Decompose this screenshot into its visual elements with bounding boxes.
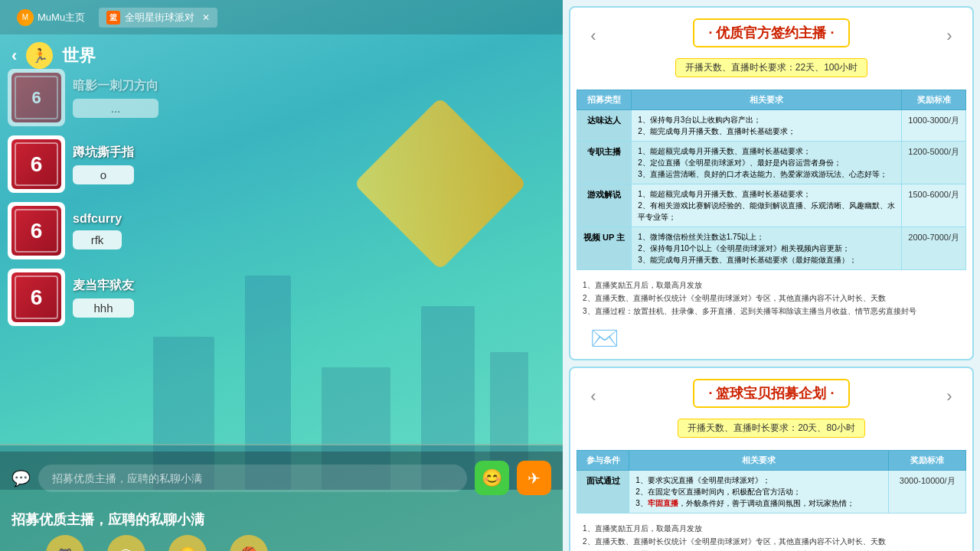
cell-req: 1、保持每月3台以上收购内容产出；2、能完成每月开播天数、直播时长基础要求； <box>632 110 902 142</box>
player-tag: ... <box>73 99 158 118</box>
bottom-icon-1[interactable]: 🎮 <box>46 535 84 551</box>
page-title: 世界 <box>62 44 96 67</box>
emoji-button[interactable]: 😊 <box>475 461 509 495</box>
cell-type: 达味达人 <box>577 110 632 142</box>
col-header-reward: 奖励标准 <box>902 90 966 110</box>
tab-game-label: 全明星街球派对 <box>125 11 194 24</box>
section1-table: 招募类型 相关要求 奖励标准 达味达人 1、保持每月3台以上收购内容产出；2、能… <box>577 90 966 270</box>
tab-mumu[interactable]: M MuMu主页 <box>9 6 93 29</box>
bottom-icon-4[interactable]: 🏀 <box>230 535 268 551</box>
section1-container: ‹ · 优质官方签约主播 · › 开播天数、直播时长要求：22天、100小时 招… <box>569 6 974 360</box>
chat-bubble-icon: 💬 <box>11 469 31 487</box>
cell-req: 1、能超额完成每月开播天数、直播时长基础要求；2、有相关游戏比赛解说经验的、能做… <box>632 184 902 227</box>
tabs-bar: M MuMu主页 篮 全明星街球派对 ✕ <box>0 0 563 34</box>
player-list: 6 暗影一刺刀方向 ... 6 蹲坑撕手指 o <box>8 77 268 335</box>
list-item[interactable]: 6 麦当牢狱友 hhh <box>8 269 268 326</box>
bottom-message-text: 招募优质主播，应聘的私聊小满 <box>0 504 563 535</box>
send-icon: ✈ <box>528 469 541 487</box>
section2-container: ‹ · 篮球宝贝招募企划 · › 开播天数、直播时长要求：20天、80小时 参与… <box>569 367 974 551</box>
player-name: 暗影一刺刀方向 <box>73 78 158 94</box>
player-tag: rfk <box>73 230 122 249</box>
table-row: 达味达人 1、保持每月3台以上收购内容产出；2、能完成每月开播天数、直播时长基础… <box>577 110 966 142</box>
table-row: 专职主播 1、能超额完成每月开播天数、直播时长基础要求；2、定位直播《全明星街球… <box>577 142 966 184</box>
player-name: 蹲坑撕手指 <box>73 145 134 161</box>
note2-2: 2、直播天数、直播时长仅统计《全明星街球派对》专区，其他直播内容不计入时长、天数 <box>583 537 886 546</box>
cell-reward: 1000-3000/月 <box>902 110 966 142</box>
cell-type: 专职主播 <box>577 142 632 184</box>
col2-header-type: 参与条件 <box>577 451 629 471</box>
list-item[interactable]: 6 sdfcurry rfk <box>8 202 268 259</box>
player-tag: hhh <box>73 298 134 318</box>
section2-arrow-left[interactable]: ‹ <box>583 386 604 407</box>
avatar-inner: 6 <box>11 139 61 189</box>
chat-input[interactable] <box>38 465 467 492</box>
col-header-req: 相关要求 <box>632 90 902 110</box>
col2-header-req: 相关要求 <box>629 451 889 471</box>
game-panel: M MuMu主页 篮 全明星街球派对 ✕ ‹ 🏃 世界 6 暗影一刺刀方向 ..… <box>0 0 563 551</box>
col-header-type: 招募类型 <box>577 90 632 110</box>
tab-game[interactable]: 篮 全明星街球派对 ✕ <box>99 8 217 28</box>
table-row: 游戏解说 1、能超额完成每月开播天数、直播时长基础要求；2、有相关游戏比赛解说经… <box>577 184 966 227</box>
player-name: sdfcurry <box>73 212 122 226</box>
right-panel: ‹ · 优质官方签约主播 · › 开播天数、直播时长要求：22天、100小时 招… <box>563 0 980 551</box>
section1-arrow-left[interactable]: ‹ <box>583 25 604 47</box>
note-3: 3、直播过程：放置挂机、挂录像、多开直播、迟到关播等和除该主播当月收益、情节恶劣… <box>583 307 916 315</box>
back-button[interactable]: ‹ <box>11 46 17 66</box>
section2-title-box: · 篮球宝贝招募企划 · <box>693 379 849 408</box>
player-info: 麦当牢狱友 hhh <box>73 278 134 318</box>
note2-1: 1、直播奖励五月后，取最高月发放 <box>583 524 702 533</box>
section2-title: · 篮球宝贝招募企划 · <box>708 386 834 401</box>
section2-notes: 1、直播奖励五月后，取最高月发放 2、直播天数、直播时长仅统计《全明星街球派对》… <box>577 518 966 551</box>
note-2: 2、直播天数、直播时长仅统计《全明星街球派对》专区，其他直播内容不计入时长、天数 <box>583 294 886 302</box>
send-button[interactable]: ✈ <box>517 461 551 495</box>
table-row: 视频 UP 主 1、微博微信粉丝关注数达1.75以上；2、保持每月10个以上《全… <box>577 227 966 270</box>
avatar: 6 <box>8 202 65 259</box>
cell-reward: 2000-7000/月 <box>902 227 966 270</box>
chat-input-row: 💬 😊 ✈ <box>0 452 563 504</box>
mumu-icon: M <box>17 9 34 26</box>
section1-arrow-right[interactable]: › <box>939 25 960 47</box>
tab-game-icon: 篮 <box>106 11 120 24</box>
cell-req: 1、能超额完成每月开播天数、直播时长基础要求；2、定位直播《全明星街球派对》、最… <box>632 142 902 184</box>
player-info: 蹲坑撕手指 o <box>73 145 134 184</box>
section2-arrow-right[interactable]: › <box>939 386 960 407</box>
cell-reward: 1500-6000/月 <box>902 184 966 227</box>
section1-title: · 优质官方签约主播 · <box>708 25 834 41</box>
avatar: 6 <box>8 69 65 126</box>
avatar-inner: 6 <box>11 272 61 322</box>
list-item[interactable]: 6 蹲坑撕手指 o <box>8 135 268 193</box>
emoji-icon: 😊 <box>482 468 502 488</box>
cell2-req: 1、要求实况直播《全明星街球派对》；2、在固定专区直播时间内，积极配合官方活动；… <box>629 471 889 514</box>
cell-type: 视频 UP 主 <box>577 227 632 270</box>
player-name: 麦当牢狱友 <box>73 278 134 294</box>
player-info: 暗影一刺刀方向 ... <box>73 78 158 118</box>
player-info: sdfcurry rfk <box>73 212 122 249</box>
player-tag: o <box>73 165 134 184</box>
cell-reward: 1200-5000/月 <box>902 142 966 184</box>
cell2-type: 面试通过 <box>577 471 629 514</box>
cell-type: 游戏解说 <box>577 184 632 227</box>
bottom-icons-row: 🎮 👁 😊 🏀 <box>0 535 563 551</box>
user-icon: 🏃 <box>26 42 53 69</box>
note-1: 1、直播奖励五月后，取最高月发放 <box>583 281 702 289</box>
table-row: 面试通过 1、要求实况直播《全明星街球派对》；2、在固定专区直播时间内，积极配合… <box>577 471 966 514</box>
paper-icon: ✉️ <box>584 319 625 357</box>
cell-req: 1、微博微信粉丝关注数达1.75以上；2、保持每月10个以上《全明星街球派对》相… <box>632 227 902 270</box>
cell2-reward: 3000-10000/月 <box>889 471 966 514</box>
bottom-icon-2[interactable]: 👁 <box>107 535 145 551</box>
col2-header-reward: 奖励标准 <box>889 451 966 471</box>
bottom-area: 💬 😊 ✈ 招募优质主播，应聘的私聊小满 🎮 👁 😊 🏀 <box>0 452 563 551</box>
avatar: 6 <box>8 269 65 326</box>
section2-table: 参与条件 相关要求 奖励标准 面试通过 1、要求实况直播《全明星街球派对》；2、… <box>577 450 966 514</box>
avatar: 6 <box>8 135 65 193</box>
section2-subtitle: 开播天数、直播时长要求：20天、80小时 <box>678 419 865 438</box>
avatar-inner: 6 <box>11 73 61 122</box>
section1-subtitle: 开播天数、直播时长要求：22天、100小时 <box>675 58 867 77</box>
bottom-icon-3[interactable]: 😊 <box>168 535 207 551</box>
section1-title-box: · 优质官方签约主播 · <box>693 18 849 47</box>
avatar-inner: 6 <box>11 206 61 256</box>
list-item[interactable]: 6 暗影一刺刀方向 ... <box>8 69 268 126</box>
tab-close-button[interactable]: ✕ <box>202 12 210 23</box>
tab-mumu-label: MuMu主页 <box>38 11 85 24</box>
section1-notes: 1、直播奖励五月后，取最高月发放 2、直播天数、直播时长仅统计《全明星街球派对》… <box>577 275 966 321</box>
